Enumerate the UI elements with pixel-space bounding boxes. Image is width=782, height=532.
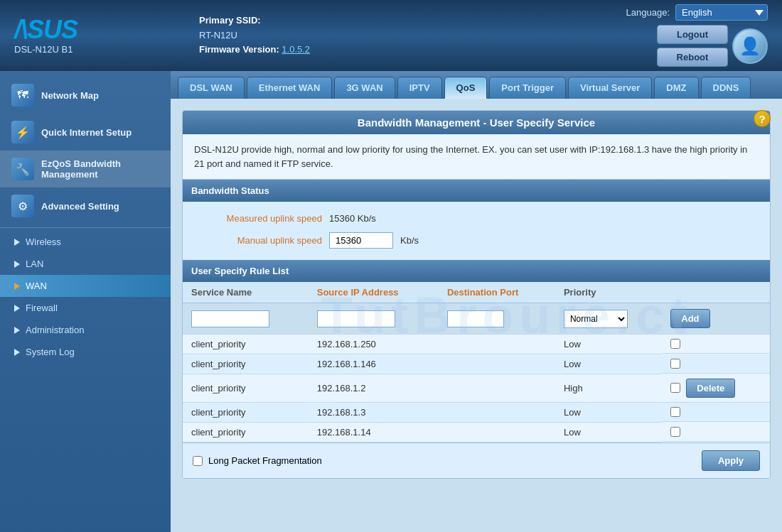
- sidebar-item-ezqos[interactable]: 🔧 EzQoS Bandwidth Management: [0, 151, 171, 188]
- row-port: [439, 403, 555, 423]
- language-section: Language: English: [626, 4, 768, 21]
- logo-area: /\SUS DSL-N12U B1: [14, 17, 156, 55]
- row-priority: Low: [555, 335, 662, 354]
- tab-3g-wan[interactable]: 3G WAN: [334, 77, 395, 99]
- row-port: [439, 374, 555, 403]
- firewall-label: Firewall: [26, 303, 58, 313]
- system-log-label: System Log: [26, 347, 75, 357]
- header-info: Primary SSID: RT-N12U Firmware Version: …: [171, 13, 612, 58]
- sidebar-item-network-map[interactable]: 🗺 Network Map: [0, 77, 171, 114]
- service-name-input[interactable]: [191, 310, 269, 327]
- lan-label: LAN: [26, 259, 43, 269]
- apply-button[interactable]: Apply: [702, 450, 760, 471]
- row-action: [662, 335, 770, 354]
- table-row: client_priority192.168.1.250Low: [183, 335, 770, 354]
- lan-arrow-icon: [14, 261, 20, 268]
- row-checkbox[interactable]: [670, 427, 680, 437]
- measured-uplink-value: 15360 Kb/s: [329, 213, 376, 224]
- firmware-link[interactable]: 1.0.5.2: [282, 44, 310, 55]
- wan-label: WAN: [26, 281, 47, 291]
- sidebar-item-lan[interactable]: LAN: [0, 253, 171, 275]
- input-service-cell: [183, 303, 309, 335]
- input-port-cell: [439, 303, 555, 335]
- admin-arrow-icon: [14, 327, 20, 334]
- table-row: client_priority192.168.1.14Low: [183, 423, 770, 443]
- row-checkbox[interactable]: [670, 407, 680, 417]
- tab-bar: DSL WAN Ethernet WAN 3G WAN IPTV QoS Por…: [171, 71, 782, 99]
- table-row: client_priority192.168.1.2HighDelete: [183, 374, 770, 403]
- row-checkbox[interactable]: [670, 359, 680, 369]
- bottom-row: Long Packet Fragmentation Apply: [183, 443, 770, 478]
- row-priority: Low: [555, 403, 662, 423]
- row-action: [662, 423, 770, 442]
- row-service: client_priority: [183, 354, 309, 374]
- language-select[interactable]: English: [675, 4, 768, 21]
- row-action: Delete: [662, 374, 770, 403]
- firmware-info: Firmware Version: 1.0.5.2: [199, 43, 310, 58]
- header-buttons: Logout Reboot: [657, 25, 728, 67]
- long-packet-checkbox[interactable]: [193, 456, 203, 466]
- tab-ddns[interactable]: DDNS: [701, 77, 751, 99]
- logo-model: DSL-N12U B1: [14, 44, 73, 55]
- network-map-icon: 🗺: [11, 84, 34, 107]
- measured-uplink-label: Measured uplink speed: [194, 213, 322, 224]
- panel-title: Bandwidth Management - User Specify Serv…: [183, 111, 770, 134]
- tab-iptv[interactable]: IPTV: [397, 77, 442, 99]
- syslog-arrow-icon: [14, 349, 20, 356]
- row-priority: Low: [555, 423, 662, 443]
- logout-button[interactable]: Logout: [657, 25, 728, 44]
- avatar: 👤: [732, 28, 768, 64]
- bandwidth-status-header: Bandwidth Status: [183, 180, 770, 202]
- row-ip: 192.168.1.250: [309, 335, 439, 354]
- main-layout: 🗺 Network Map ⚡ Quick Internet Setup 🔧 E…: [0, 71, 782, 532]
- dest-port-input[interactable]: [447, 310, 504, 327]
- row-service: client_priority: [183, 374, 309, 403]
- help-icon[interactable]: ?: [754, 110, 771, 127]
- sidebar-item-wireless[interactable]: Wireless: [0, 231, 171, 253]
- row-ip: 192.168.1.14: [309, 423, 439, 443]
- add-button[interactable]: Add: [670, 309, 709, 328]
- quick-setup-icon: ⚡: [11, 121, 34, 143]
- row-port: [439, 423, 555, 443]
- header-right: Language: English Logout Reboot 👤: [626, 4, 768, 67]
- tab-ethernet-wan[interactable]: Ethernet WAN: [247, 77, 333, 99]
- manual-uplink-input[interactable]: [329, 232, 393, 249]
- sidebar-item-quick-setup[interactable]: ⚡ Quick Internet Setup: [0, 114, 171, 151]
- wireless-label: Wireless: [26, 237, 61, 247]
- language-label: Language:: [626, 7, 670, 18]
- col-service: Service Name: [183, 282, 309, 303]
- rule-table: Service Name Source IP Address Destinati…: [183, 282, 770, 443]
- reboot-button[interactable]: Reboot: [657, 48, 728, 67]
- tab-virtual-server[interactable]: Virtual Server: [568, 77, 652, 99]
- bandwidth-status-rows: Measured uplink speed 15360 Kb/s Manual …: [183, 202, 770, 260]
- row-action: [662, 354, 770, 374]
- header: /\SUS DSL-N12U B1 Primary SSID: RT-N12U …: [0, 0, 782, 71]
- sidebar-item-advanced[interactable]: ⚙ Advanced Setting: [0, 188, 171, 224]
- col-dest-port: Destination Port: [439, 282, 555, 303]
- sidebar-item-firewall[interactable]: Firewall: [0, 297, 171, 319]
- tab-dsl-wan[interactable]: DSL WAN: [178, 77, 245, 99]
- delete-button[interactable]: Delete: [686, 379, 735, 398]
- row-checkbox[interactable]: [670, 339, 680, 349]
- table-row: client_priority192.168.1.3Low: [183, 403, 770, 423]
- sidebar-item-wan[interactable]: WAN: [0, 275, 171, 297]
- rule-list-header: User Specify Rule List: [183, 260, 770, 282]
- row-ip: 192.168.1.146: [309, 354, 439, 374]
- row-ip: 192.168.1.2: [309, 374, 439, 403]
- row-port: [439, 335, 555, 354]
- administration-label: Administration: [26, 325, 84, 335]
- tab-qos[interactable]: QoS: [444, 77, 488, 99]
- wireless-arrow-icon: [14, 239, 20, 246]
- advanced-icon: ⚙: [11, 195, 34, 217]
- firewall-arrow-icon: [14, 305, 20, 312]
- row-checkbox[interactable]: [670, 383, 680, 393]
- row-priority: High: [555, 374, 662, 403]
- source-ip-input[interactable]: [317, 310, 395, 327]
- tab-dmz[interactable]: DMZ: [654, 77, 698, 99]
- priority-select[interactable]: Normal High Low: [564, 310, 628, 328]
- tab-port-trigger[interactable]: Port Trigger: [489, 77, 566, 99]
- input-ip-cell: [309, 303, 439, 335]
- sidebar-item-system-log[interactable]: System Log: [0, 341, 171, 363]
- sidebar-item-administration[interactable]: Administration: [0, 319, 171, 341]
- manual-uplink-label: Manual uplink speed: [194, 235, 322, 246]
